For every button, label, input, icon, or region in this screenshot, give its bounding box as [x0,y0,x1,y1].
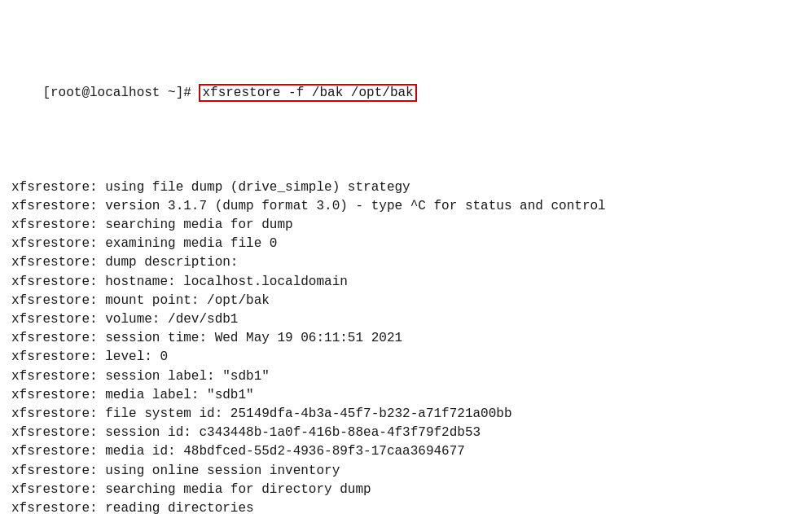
output-line: xfsrestore: examining media file 0 [11,235,801,253]
output-line: xfsrestore: using file dump (drive_simpl… [11,178,801,197]
output-line: xfsrestore: hostname: localhost.localdom… [11,273,801,292]
output-line: xfsrestore: file system id: 25149dfa-4b3… [11,405,801,424]
output-line: xfsrestore: level: 0 [11,348,801,367]
output-line: xfsrestore: volume: /dev/sdb1 [11,310,801,329]
output-line: xfsrestore: searching media for dump [11,216,801,235]
output-lines: xfsrestore: using file dump (drive_simpl… [11,178,801,514]
output-line: xfsrestore: session id: c343448b-1a0f-41… [11,424,801,442]
command-box: xfsrestore -f /bak /opt/bak [199,84,416,102]
output-line: xfsrestore: mount point: /opt/bak [11,292,801,310]
output-line: xfsrestore: using online session invento… [11,462,801,481]
prompt-line: [root@localhost ~]# xfsrestore -f /bak /… [11,65,801,122]
output-line: xfsrestore: media id: 48bdfced-55d2-4936… [11,442,801,461]
output-line: xfsrestore: session label: "sdb1" [11,367,801,386]
output-line: xfsrestore: searching media for director… [11,481,801,499]
terminal: [root@localhost ~]# xfsrestore -f /bak /… [11,8,801,514]
prompt-text: [root@localhost ~]# [42,86,199,100]
output-line: xfsrestore: dump description: [11,253,801,272]
output-line: xfsrestore: version 3.1.7 (dump format 3… [11,197,801,216]
output-line: xfsrestore: media label: "sdb1" [11,386,801,405]
output-line: xfsrestore: session time: Wed May 19 06:… [11,329,801,348]
output-line: xfsrestore: reading directories [11,499,801,514]
